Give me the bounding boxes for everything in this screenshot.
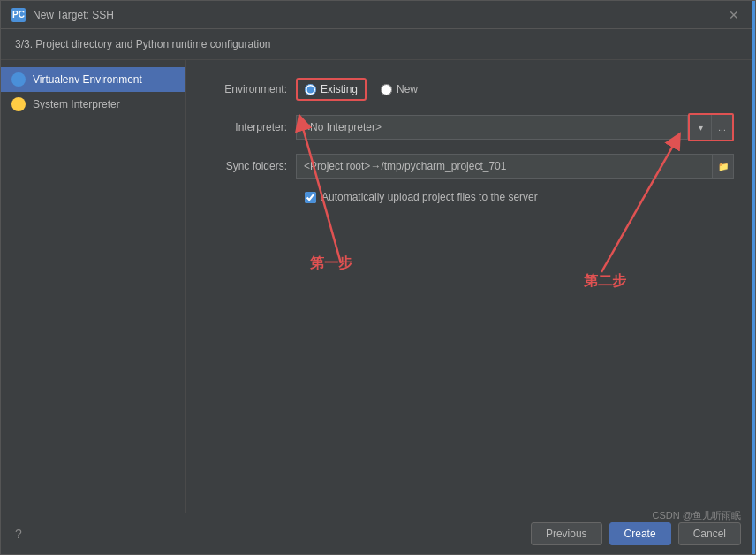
auto-upload-checkbox[interactable]: [305, 192, 316, 203]
system-icon: [11, 97, 26, 111]
title-bar-left: PC New Target: SSH: [11, 8, 114, 22]
auto-upload-label: Automatically upload project files to th…: [321, 191, 538, 203]
create-button[interactable]: Create: [609, 522, 671, 545]
app-icon: PC: [11, 8, 26, 22]
footer-buttons: Previous Create Cancel: [531, 522, 741, 545]
close-button[interactable]: ✕: [723, 6, 745, 24]
watermark: CSDN @鱼儿听雨眠: [653, 509, 741, 522]
existing-option-highlight: Existing: [296, 78, 367, 101]
help-button[interactable]: ?: [15, 527, 22, 541]
environment-radio-group: Existing New: [296, 78, 418, 101]
sync-input-row: 📁: [296, 154, 734, 179]
dialog-title: New Target: SSH: [33, 9, 114, 21]
interpreter-input[interactable]: [296, 115, 688, 140]
sidebar: Virtualenv Environment System Interprete…: [1, 60, 186, 513]
sidebar-item-virtualenv[interactable]: Virtualenv Environment: [1, 67, 185, 92]
interpreter-buttons: ▾ ...: [688, 113, 734, 141]
sync-folder-browse-btn[interactable]: 📁: [713, 154, 734, 179]
new-radio-option[interactable]: New: [381, 83, 418, 95]
existing-radio[interactable]: [305, 84, 316, 95]
footer: ? Previous Create Cancel: [1, 513, 755, 554]
cancel-button[interactable]: Cancel: [678, 522, 741, 545]
environment-label: Environment:: [208, 83, 296, 95]
step2-label: 第二步: [584, 272, 626, 291]
sync-folders-row: Sync folders: 📁: [208, 154, 734, 179]
sidebar-label-system: System Interpreter: [33, 98, 120, 110]
interpreter-input-row: ▾ ...: [296, 113, 734, 141]
sync-folders-label: Sync folders:: [208, 160, 296, 172]
sync-folders-input[interactable]: [296, 154, 713, 179]
interpreter-row: Interpreter: ▾ ...: [208, 113, 734, 141]
new-radio-label: New: [397, 83, 418, 95]
existing-radio-option[interactable]: Existing: [305, 83, 358, 95]
previous-button[interactable]: Previous: [531, 522, 602, 545]
main-form: Environment: Existing New In: [186, 60, 755, 513]
subtitle: 3/3. Project directory and Python runtim…: [1, 29, 755, 60]
interpreter-label: Interpreter:: [208, 121, 296, 133]
auto-upload-row: Automatically upload project files to th…: [305, 191, 734, 203]
environment-row: Environment: Existing New: [208, 78, 734, 101]
title-bar: PC New Target: SSH ✕: [1, 1, 755, 29]
existing-radio-label: Existing: [321, 83, 358, 95]
interpreter-ellipsis-btn[interactable]: ...: [711, 115, 732, 140]
sidebar-label-virtualenv: Virtualenv Environment: [33, 73, 142, 86]
virtualenv-icon: [11, 72, 26, 87]
step1-label: 第一步: [310, 255, 352, 273]
content-area: Virtualenv Environment System Interprete…: [1, 60, 755, 513]
interpreter-dropdown-btn[interactable]: ▾: [690, 115, 711, 140]
sidebar-item-system[interactable]: System Interpreter: [1, 92, 185, 117]
dialog-window: PC New Target: SSH ✕ 3/3. Project direct…: [0, 0, 756, 555]
new-radio[interactable]: [381, 84, 392, 95]
